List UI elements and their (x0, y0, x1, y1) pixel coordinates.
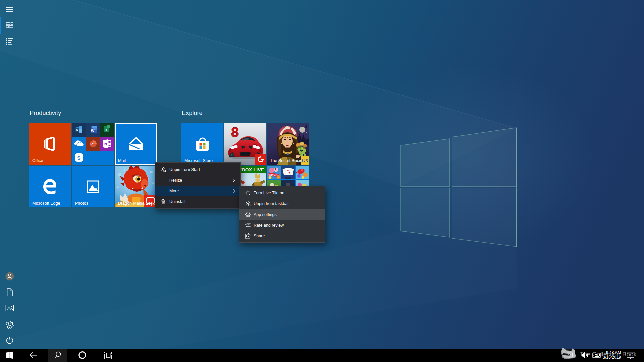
svg-text:X: X (105, 128, 108, 132)
svg-text:A: A (287, 169, 289, 172)
svg-text:o: o (76, 128, 78, 132)
svg-text:P: P (90, 142, 93, 146)
svg-text:3/16/2019: 3/16/2019 (603, 355, 621, 360)
svg-text:9:48 AM: 9:48 AM (606, 350, 621, 355)
svg-text:S: S (77, 155, 80, 161)
svg-text:N: N (104, 142, 107, 146)
svg-text:W: W (91, 129, 95, 133)
svg-text:The Secret Societ...: The Secret Societ... (270, 158, 307, 163)
svg-text:XBOX LIVE: XBOX LIVE (238, 167, 264, 172)
svg-text:8: 8 (231, 124, 239, 140)
